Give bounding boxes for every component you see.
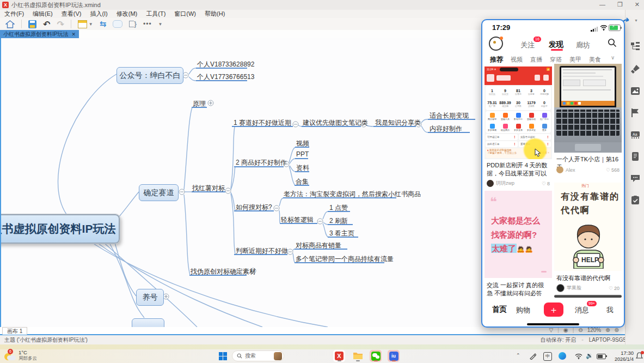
- category-recommend[interactable]: 推荐: [490, 55, 503, 64]
- tray-volume-icon[interactable]: 🔉: [586, 352, 593, 359]
- mindmap-topic-yanghao[interactable]: 养号: [136, 289, 164, 306]
- category-expand-chevron-icon[interactable]: ∨: [611, 55, 615, 60]
- mindmap-topic-c3b1[interactable]: 1 点赞: [329, 203, 348, 213]
- mindmap-topic-c1b2[interactable]: 内容好制作: [430, 124, 462, 134]
- toolbar-caret-icon[interactable]: ▼: [158, 22, 163, 27]
- tray-wifi-icon[interactable]: [575, 353, 582, 359]
- feed-card-pdd[interactable]: 11:24 ✈ 📶 1待付款 9待发货 81待售后 3待回复 0违规提醒 75.…: [484, 66, 552, 189]
- category-video[interactable]: 视频: [511, 56, 523, 64]
- tab-close-icon[interactable]: ✕: [71, 32, 76, 37]
- tray-ime-icon[interactable]: 中: [543, 352, 552, 361]
- taskbar-iu-app-icon[interactable]: iu: [388, 350, 400, 362]
- phone-mirror-window[interactable]: 17:29 ⚡ 关注 16 发现 廊坊 推荐 视频 直播 穿搭 美甲 美食 ∨ …: [481, 19, 625, 328]
- mindmap-topic-c4[interactable]: 判断近期好不好做: [236, 246, 288, 256]
- mindmap-topic-c4b[interactable]: 多个笔记带同一个商品持续有流量: [296, 255, 394, 264]
- close-button[interactable]: ✕: [635, 1, 640, 8]
- marker-flag-icon[interactable]: [630, 108, 640, 118]
- nav-create-button[interactable]: ＋: [544, 302, 563, 317]
- avatar[interactable]: [487, 180, 494, 187]
- menu-modify[interactable]: 修改(M): [116, 10, 138, 18]
- like-icon[interactable]: ♡: [542, 181, 546, 186]
- zoom-level[interactable]: 120%: [587, 327, 602, 333]
- zoom-in-icon[interactable]: ⊕: [605, 327, 610, 333]
- menu-insert[interactable]: 插入(I): [90, 10, 107, 18]
- format-brush-icon[interactable]: [630, 64, 640, 74]
- tab-discover[interactable]: 发现: [549, 40, 563, 50]
- mindmap-topic-zhaowei[interactable]: 找伪原创对标确定素材: [191, 267, 256, 276]
- nav-me[interactable]: 我: [606, 305, 614, 315]
- minimize-button[interactable]: —: [599, 1, 605, 8]
- taskbar-wechat-icon[interactable]: [370, 350, 382, 362]
- tray-battery-icon[interactable]: [597, 354, 606, 359]
- mindmap-root-topic[interactable]: 小红书虚拟原创资料IP玩法: [0, 214, 120, 244]
- mindmap-topic-c3a[interactable]: 老方法：淘宝裂变虚拟词，然后搜索小红书商品: [284, 190, 421, 199]
- menu-edit[interactable]: 编辑(E): [33, 10, 53, 18]
- live-avatar-icon[interactable]: [489, 37, 503, 51]
- image-icon[interactable]: [630, 86, 640, 96]
- nav-shop[interactable]: 购物: [516, 305, 530, 315]
- relationship-icon[interactable]: ⇆: [100, 19, 107, 29]
- avatar[interactable]: [556, 166, 563, 173]
- category-food[interactable]: 美食: [589, 56, 601, 64]
- mindmap-topic-saidao[interactable]: 确定赛道: [139, 184, 179, 201]
- home-indicator[interactable]: [527, 323, 579, 325]
- maximize-button[interactable]: ❐: [617, 1, 623, 8]
- structure-icon[interactable]: [630, 41, 640, 51]
- mindmap-topic-c4a[interactable]: 对标商品有销量: [296, 241, 341, 250]
- feed-card-kehuyuan[interactable]: ❝ 大家都是怎么 找客源的啊? 太难了🙇🙇 交流 一起探讨 真的很急 不懂就问有…: [484, 191, 552, 302]
- mindmap-topic-c2b[interactable]: PPT: [296, 150, 309, 158]
- summary-icon[interactable]: }: [129, 20, 137, 28]
- tray-notification-icon[interactable]: [636, 352, 643, 362]
- mindmap-topic-c1b1[interactable]: 适合长期变现: [430, 111, 469, 120]
- avatar[interactable]: [556, 284, 565, 292]
- notes-icon[interactable]: [630, 152, 640, 161]
- category-outfit[interactable]: 穿搭: [550, 56, 562, 64]
- category-live[interactable]: 直播: [530, 56, 542, 64]
- redo-icon[interactable]: ↷: [57, 19, 64, 29]
- menu-view[interactable]: 查看(V): [62, 10, 82, 18]
- comment-icon[interactable]: [630, 173, 640, 183]
- mindmap-topic-v2[interactable]: 个人V17736766513: [197, 72, 254, 82]
- like-icon[interactable]: ♡: [609, 286, 613, 291]
- video-progress-bar[interactable]: [554, 295, 622, 298]
- undo-icon[interactable]: ↶: [43, 19, 50, 29]
- mindmap-topic-c3b[interactable]: 轻标签逻辑: [281, 215, 314, 225]
- category-nail[interactable]: 美甲: [569, 56, 581, 64]
- card-author[interactable]: 苹果脸: [567, 285, 581, 292]
- tray-expand-chevron-icon[interactable]: ⌃: [516, 353, 520, 358]
- boundary-icon[interactable]: [113, 20, 122, 28]
- tray-pen-icon[interactable]: [529, 353, 536, 360]
- tray-clock[interactable]: 17:30 2026/1/4: [609, 350, 634, 362]
- home-icon[interactable]: [5, 20, 15, 28]
- menu-window[interactable]: 窗口(W): [174, 10, 196, 18]
- taskbar-explorer-icon[interactable]: [352, 350, 364, 362]
- more-icon[interactable]: •••: [143, 20, 152, 28]
- mindmap-topic-c1a[interactable]: 建议优先做图文笔记类: [303, 118, 368, 128]
- mindmap-topic-c2c[interactable]: 资料: [296, 164, 309, 173]
- mindmap-topic-c3b3[interactable]: 3 看主页: [329, 229, 354, 238]
- search-icon[interactable]: [608, 38, 617, 47]
- menu-tools[interactable]: 工具(T): [146, 10, 165, 18]
- tab-local[interactable]: 廊坊: [576, 40, 590, 50]
- save-icon[interactable]: [28, 20, 36, 28]
- tray-edge-icon[interactable]: [559, 352, 566, 360]
- feed-card-daidai[interactable]: 热门 有没有靠谱的 代代啊 HELP 有没有靠谱的代代啊: [554, 183, 622, 299]
- taskbar-weather-widget[interactable]: 6 1°C 局部多云: [3, 350, 37, 361]
- tab-follow[interactable]: 关注: [520, 40, 535, 50]
- mindmap-topic-cutoff[interactable]: [132, 318, 164, 327]
- taskbar-xmind-icon[interactable]: X: [333, 350, 345, 362]
- sheet-style-button[interactable]: ▼: [78, 20, 93, 28]
- card-title[interactable]: PDD新店刚开４天的数据，今日战果还算可以: [487, 161, 550, 178]
- label-icon[interactable]: Aa: [630, 130, 640, 140]
- fit-window-icon[interactable]: ⊜: [615, 327, 619, 333]
- menu-help[interactable]: 帮助(H): [205, 10, 225, 18]
- windows-start-button[interactable]: [219, 352, 227, 360]
- nav-messages[interactable]: 消息: [575, 305, 589, 315]
- card-title[interactable]: 有没有靠谱的代代啊: [556, 274, 620, 282]
- mindmap-topic-zhaohongshu[interactable]: 找红薯对标: [192, 184, 225, 193]
- mindmap-topic-c3[interactable]: 如何搜对标?: [236, 203, 272, 212]
- feed-card-tk[interactable]: 一个人开TK小店｜第16天 Alex ♡568: [554, 64, 622, 179]
- card-author[interactable]: 玥玥zwp: [496, 180, 514, 187]
- mindmap-topic-c1b[interactable]: 我是知识分享类: [375, 118, 421, 128]
- mindmap-topic-c1[interactable]: 1 赛道好不好做近期: [234, 118, 291, 128]
